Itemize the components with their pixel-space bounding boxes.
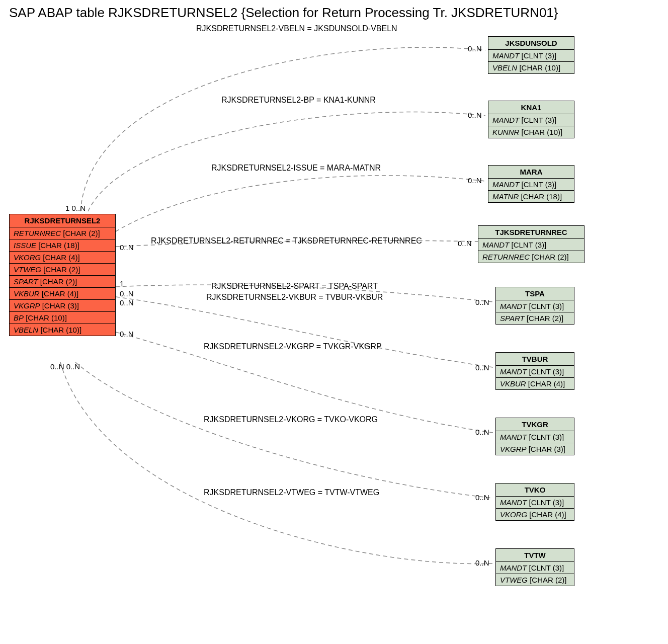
cardinality-label: 0..N [120,330,134,338]
cardinality-label: 0..N [120,243,134,252]
entity-tvko: TVKO MANDT [CLNT (3)] VKORG [CHAR (4)] [495,483,574,521]
cardinality-label: 0..N [475,493,489,502]
cardinality-label: 0..N [475,558,489,567]
entity-field: RETURNREC [CHAR (2)] [478,251,584,263]
entity-field: VKBUR [CHAR (4)] [496,378,574,389]
entity-field: VKORG [CHAR (4)] [496,509,574,520]
cardinality-label: 0..N [468,176,482,185]
cardinality-label: 0..N [475,428,489,436]
entity-main-field: ISSUE [CHAR (18)] [10,239,115,252]
entity-mara: MARA MANDT [CLNT (3)] MATNR [CHAR (18)] [488,165,574,203]
edge-label: RJKSDRETURNSEL2-VKBUR = TVBUR-VKBUR [206,293,383,302]
entity-main-field: BP [CHAR (10)] [10,312,115,324]
entity-main-field: VTWEG [CHAR (2)] [10,264,115,276]
entity-kna1: KNA1 MANDT [CLNT (3)] KUNNR [CHAR (10)] [488,101,574,138]
entity-field: VBELN [CHAR (10)] [488,62,574,73]
entity-main: RJKSDRETURNSEL2 RETURNREC [CHAR (2)] ISS… [9,214,116,336]
cardinality-label: 1 [120,279,124,288]
entity-name: KNA1 [488,101,574,114]
entity-name: TSPA [496,287,574,300]
diagram-title: SAP ABAP table RJKSDRETURNSEL2 {Selectio… [9,5,558,21]
entity-name: TJKSDRETURNREC [478,226,584,239]
entity-main-field: RETURNREC [CHAR (2)] [10,227,115,239]
cardinality-label: 0..N [120,298,134,307]
edge-label: RJKSDRETURNSEL2-VKORG = TVKO-VKORG [204,415,378,424]
cardinality-label: 0..N [475,298,489,306]
entity-jksdunsold: JKSDUNSOLD MANDT [CLNT (3)] VBELN [CHAR … [488,36,574,74]
entity-tvbur: TVBUR MANDT [CLNT (3)] VKBUR [CHAR (4)] [495,352,574,390]
entity-main-name: RJKSDRETURNSEL2 [10,214,115,227]
cardinality-label: 0..N [120,289,134,298]
entity-main-field: VKORG [CHAR (4)] [10,252,115,264]
entity-field: MANDT [CLNT (3)] [488,50,574,62]
entity-name: TVTW [496,549,574,562]
entity-field: MANDT [CLNT (3)] [496,562,574,574]
edge-label: RJKSDRETURNSEL2-VTWEG = TVTW-VTWEG [204,488,379,497]
entity-field: MANDT [CLNT (3)] [496,366,574,378]
entity-field: MANDT [CLNT (3)] [488,114,574,126]
entity-field: MANDT [CLNT (3)] [496,431,574,443]
entity-field: MANDT [CLNT (3)] [478,239,584,251]
cardinality-label: 1 0..N [65,204,86,212]
entity-tvkgr: TVKGR MANDT [CLNT (3)] VKGRP [CHAR (3)] [495,418,574,455]
entity-field: SPART [CHAR (2)] [496,312,574,324]
entity-field: MANDT [CLNT (3)] [496,497,574,509]
edge-label: RJKSDRETURNSEL2-BP = KNA1-KUNNR [221,96,376,105]
edge-label: RJKSDRETURNSEL2-VKGRP = TVKGR-VKGRP [204,342,382,351]
cardinality-label: 0..N [468,111,482,119]
edge-label: RJKSDRETURNSEL2-SPART = TSPA-SPART [211,282,378,291]
entity-main-field: VKGRP [CHAR (3)] [10,300,115,312]
entity-field: VTWEG [CHAR (2)] [496,574,574,586]
entity-main-field: SPART [CHAR (2)] [10,276,115,288]
entity-main-field: VBELN [CHAR (10)] [10,324,115,336]
entity-tspa: TSPA MANDT [CLNT (3)] SPART [CHAR (2)] [495,287,574,325]
entity-tvtw: TVTW MANDT [CLNT (3)] VTWEG [CHAR (2)] [495,548,574,586]
entity-field: MATNR [CHAR (18)] [488,191,574,202]
cardinality-label: 0..N [468,44,482,53]
cardinality-label: 0..N 0..N [50,362,80,371]
edge-label: RJKSDRETURNSEL2-VBELN = JKSDUNSOLD-VBELN [196,24,397,33]
entity-name: MARA [488,166,574,179]
entity-field: VKGRP [CHAR (3)] [496,443,574,455]
cardinality-label: 0..N [475,363,489,372]
cardinality-label: 0..N [458,239,472,248]
edge-label: RJKSDRETURNSEL2-RETURNREC = TJKSDRETURNR… [151,236,422,246]
entity-field: KUNNR [CHAR (10)] [488,126,574,138]
entity-tjksdreturnrec: TJKSDRETURNREC MANDT [CLNT (3)] RETURNRE… [478,225,584,263]
edge-label: RJKSDRETURNSEL2-ISSUE = MARA-MATNR [211,164,381,173]
entity-name: TVKGR [496,418,574,431]
entity-name: TVBUR [496,353,574,366]
entity-name: TVKO [496,484,574,497]
entity-field: MANDT [CLNT (3)] [496,300,574,312]
entity-name: JKSDUNSOLD [488,37,574,50]
entity-main-field: VKBUR [CHAR (4)] [10,288,115,300]
entity-field: MANDT [CLNT (3)] [488,179,574,191]
